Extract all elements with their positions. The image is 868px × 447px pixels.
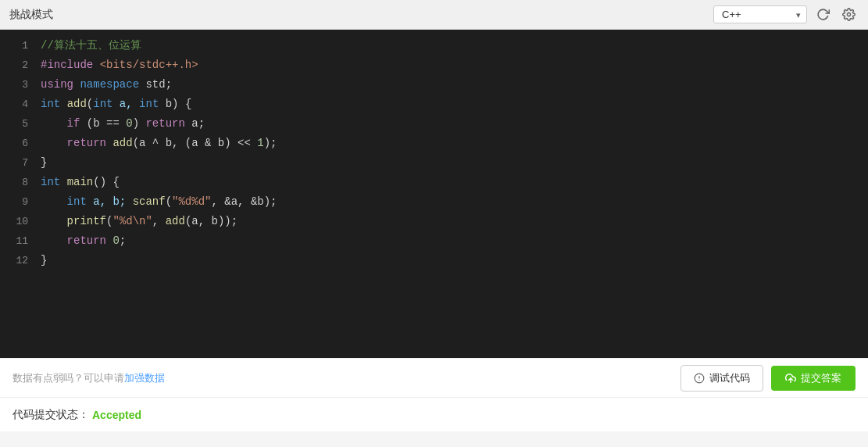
refresh-button[interactable]	[813, 5, 833, 24]
line-number: 9	[3, 193, 28, 212]
upload-icon	[785, 373, 796, 384]
token: return	[67, 137, 106, 149]
token: int	[67, 195, 87, 208]
token: int	[41, 176, 60, 188]
svg-point-0	[847, 13, 850, 16]
token: a;	[185, 117, 205, 130]
line-number: 2	[3, 56, 28, 75]
code-line: 12}	[0, 251, 868, 270]
token: add	[166, 215, 185, 227]
token: int	[139, 98, 159, 110]
token: int	[93, 98, 113, 110]
line-number: 5	[3, 115, 28, 134]
token: #include	[41, 59, 100, 71]
token	[41, 234, 67, 247]
token: return	[67, 234, 106, 247]
strengthen-data-link[interactable]: 加强数据	[124, 372, 165, 384]
code-line: 9 int a, b; scanf("%d%d", &a, &b);	[0, 192, 868, 212]
token	[41, 195, 67, 208]
code-line: 10 printf("%d\n", add(a, b));	[0, 212, 868, 231]
token: b) {	[159, 98, 191, 110]
code-line: 7}	[0, 153, 868, 173]
line-content: return add(a ^ b, (a & b) << 1);	[41, 134, 865, 152]
token: ,	[152, 215, 166, 227]
token: () {	[93, 176, 120, 188]
token	[41, 215, 67, 227]
token: (	[166, 195, 172, 208]
token	[60, 176, 66, 188]
code-line: 6 return add(a ^ b, (a & b) << 1);	[0, 134, 868, 153]
line-number: 12	[3, 252, 28, 270]
token: (a, b));	[185, 215, 238, 227]
code-line: 11 return 0;	[0, 231, 868, 251]
language-select[interactable]: C++ C Java Python Go	[713, 5, 807, 23]
token: if	[67, 117, 80, 130]
line-number: 6	[3, 134, 28, 153]
refresh-icon	[816, 8, 830, 21]
status-label: 代码提交状态：	[13, 408, 89, 422]
line-content: int add(int a, int b) {	[41, 95, 865, 113]
token: }	[41, 156, 47, 169]
token: (a ^ b, (a & b) <<	[133, 137, 258, 149]
token: 1	[257, 137, 263, 149]
debug-button[interactable]: 调试代码	[680, 365, 763, 392]
settings-button[interactable]	[839, 5, 859, 24]
language-select-wrapper: C++ C Java Python Go	[713, 5, 807, 23]
status-value: Accepted	[92, 409, 141, 421]
token: main	[67, 176, 94, 188]
token: ==	[106, 117, 120, 130]
token: "%d\n"	[113, 215, 152, 227]
token: scanf	[133, 195, 166, 208]
top-bar: 挑战模式 C++ C Java Python Go	[0, 0, 868, 30]
token: ;	[120, 234, 126, 247]
token: (	[87, 98, 93, 110]
token: add	[113, 137, 132, 149]
token: "%d%d"	[172, 195, 211, 208]
bottom-bar: 数据有点弱吗？可以申请加强数据 调试代码 提交答案	[0, 358, 868, 397]
line-number: 10	[3, 213, 28, 231]
line-number: 4	[3, 95, 28, 114]
token: <bits/stdc++.h>	[100, 59, 198, 71]
submit-button[interactable]: 提交答案	[771, 366, 855, 391]
line-content: }	[41, 153, 865, 172]
token: std;	[139, 78, 172, 91]
token	[41, 117, 67, 130]
token: )	[133, 117, 146, 130]
token: 0	[126, 117, 132, 130]
token	[41, 137, 67, 149]
bottom-actions: 调试代码 提交答案	[680, 365, 855, 392]
line-content: return 0;	[41, 231, 865, 250]
line-number: 1	[3, 37, 28, 55]
line-content: if (b == 0) return a;	[41, 114, 865, 133]
token: return	[145, 117, 184, 130]
token	[60, 98, 66, 110]
token: a, b;	[87, 195, 133, 208]
line-number: 8	[3, 173, 28, 192]
debug-icon	[694, 373, 705, 384]
token: a,	[113, 98, 139, 110]
status-bar: 代码提交状态： Accepted	[0, 397, 868, 431]
token: , &a, &b);	[211, 195, 277, 208]
token: int	[41, 98, 60, 110]
line-content: #include <bits/stdc++.h>	[41, 55, 865, 74]
gear-icon	[842, 8, 855, 21]
token: printf	[67, 215, 106, 227]
line-content: printf("%d\n", add(a, b));	[41, 212, 865, 231]
token: //算法十五、位运算	[41, 39, 141, 52]
weak-data-notice: 数据有点弱吗？可以申请加强数据	[13, 371, 165, 385]
token: using	[41, 78, 80, 91]
top-bar-right: C++ C Java Python Go	[713, 5, 859, 24]
code-line: 3using namespace std;	[0, 75, 868, 95]
line-content: using namespace std;	[41, 75, 865, 94]
code-line: 1//算法十五、位运算	[0, 36, 868, 55]
line-content: //算法十五、位运算	[41, 36, 865, 55]
token: );	[264, 137, 277, 149]
line-number: 11	[3, 232, 28, 251]
code-line: 4int add(int a, int b) {	[0, 95, 868, 114]
code-editor[interactable]: 1//算法十五、位运算2#include <bits/stdc++.h>3usi…	[0, 30, 868, 358]
line-number: 3	[3, 76, 28, 95]
code-line: 5 if (b == 0) return a;	[0, 114, 868, 134]
line-number: 7	[3, 154, 28, 173]
line-content: int main() {	[41, 173, 865, 191]
line-content: int a, b; scanf("%d%d", &a, &b);	[41, 192, 865, 211]
